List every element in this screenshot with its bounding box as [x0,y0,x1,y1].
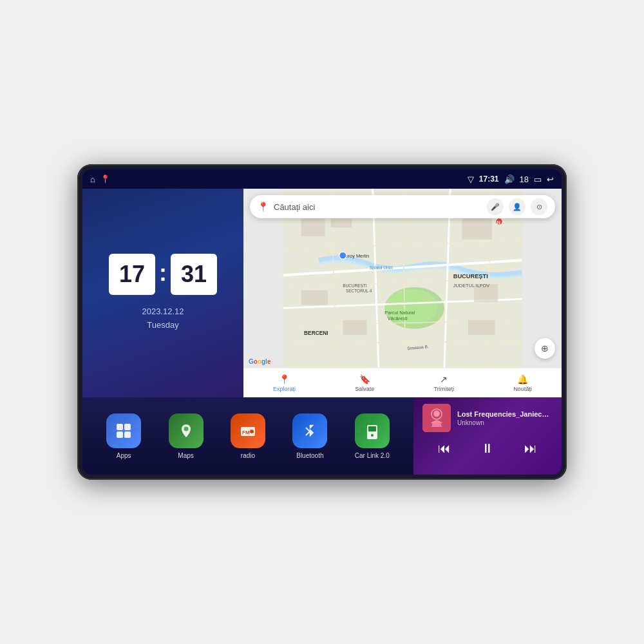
clock-date: 2023.12.12 Tuesday [142,305,184,332]
app-icon-carlink [355,413,390,448]
map-nav-news[interactable]: 🔔 Noutăți [513,374,532,392]
status-time: 17:31 [479,175,499,184]
music-controls: ⏮ ⏸ ⏭ [422,439,553,459]
map-bottom-nav: 📍 Explorați 🔖 Salvate ↗ Trimiteți 🔔 [243,368,562,397]
maps-icon[interactable]: 📍 [100,175,110,184]
clock-minutes: 31 [171,254,217,295]
app-label-radio: radio [241,452,255,459]
svg-rect-14 [301,218,325,236]
map-nav-saved-icon: 🔖 [359,374,370,384]
volume-level: 18 [520,175,529,184]
map-nav-news-label: Noutăți [513,386,532,392]
map-nav-send-label: Trimiteți [434,386,455,392]
music-title: Lost Frequencies_Janieck Devy-... [457,410,553,418]
music-play-button[interactable]: ⏸ [476,439,499,459]
svg-point-49 [433,410,440,417]
map-search-icons: 🎤 👤 ⊙ [487,198,547,215]
status-bar: ⌂ 📍 ▽ 17:31 🔊 18 ▭ ↩ [82,169,562,189]
top-section: 17 : 31 2023.12.12 Tuesday [82,189,562,397]
svg-rect-36 [124,424,131,430]
svg-point-39 [184,426,188,431]
app-label-carlink: Car Link 2.0 [355,452,390,459]
music-artist: Unknown [457,419,553,426]
svg-text:N: N [497,220,500,225]
device-screen: ⌂ 📍 ▽ 17:31 🔊 18 ▭ ↩ 17 : [82,169,562,475]
maps-pin-icon: 📍 [258,202,269,212]
map-mic-icon[interactable]: 🎤 [487,198,504,215]
map-nav-explore-icon: 📍 [279,374,290,384]
main-content: 17 : 31 2023.12.12 Tuesday [82,189,562,475]
clock-date-value: 2023.12.12 [142,305,184,319]
app-item-maps[interactable]: Maps [169,413,204,459]
svg-text:FM: FM [242,430,250,435]
map-nav-explore[interactable]: 📍 Explorați [273,374,296,392]
back-icon[interactable]: ↩ [547,175,554,184]
map-nav-saved[interactable]: 🔖 Salvate [355,374,374,392]
svg-text:SECTORUL 4: SECTORUL 4 [346,289,372,293]
apps-bar: Apps Maps [82,397,413,475]
app-icon-maps [169,413,204,448]
svg-rect-46 [422,404,451,432]
svg-point-32 [339,252,346,259]
battery-icon: ▭ [534,175,542,184]
svg-text:Parcul Natural: Parcul Natural [384,310,415,316]
svg-text:BERCENI: BERCENI [304,330,328,336]
music-panel: Lost Frequencies_Janieck Devy-... Unknow… [413,397,562,475]
svg-rect-38 [124,431,131,438]
svg-point-45 [371,434,374,437]
clock-display: 17 : 31 [109,254,217,295]
svg-rect-16 [301,290,328,305]
svg-rect-19 [343,320,366,335]
device-frame: ⌂ 📍 ▽ 17:31 🔊 18 ▭ ↩ 17 : [77,164,567,480]
svg-rect-35 [117,424,123,430]
google-logo: Google [249,358,270,365]
svg-text:Splaiul Unirii: Splaiul Unirii [370,265,393,270]
app-label-maps: Maps [178,452,193,459]
music-prev-button[interactable]: ⏮ [433,439,456,459]
svg-text:Văcărești: Văcărești [388,316,408,321]
svg-rect-17 [462,218,492,239]
map-search-text[interactable]: Căutați aici [274,202,482,212]
map-location-button[interactable]: ⊕ [535,338,555,359]
app-item-carlink[interactable]: Car Link 2.0 [355,413,390,459]
svg-text:BUCUREȘTI: BUCUREȘTI [343,283,367,289]
map-panel[interactable]: TRAPEZULUI BUCUREȘTI JUDEȚUL ILFOV BERCE… [243,189,562,397]
home-icon[interactable]: ⌂ [90,175,95,184]
map-nav-news-icon: 🔔 [517,374,528,384]
clock-day: Tuesday [142,319,184,332]
app-item-bluetooth[interactable]: Bluetooth [292,413,327,459]
clock-panel: 17 : 31 2023.12.12 Tuesday [82,189,243,397]
status-right-icons: ▽ 17:31 🔊 18 ▭ ↩ [468,175,554,184]
status-left-icons: ⌂ 📍 [90,175,110,184]
music-next-button[interactable]: ⏭ [519,439,542,459]
svg-text:JUDEȚUL ILFOV: JUDEȚUL ILFOV [453,283,490,289]
music-thumbnail [422,404,451,432]
clock-hours: 17 [109,254,155,295]
svg-point-42 [250,430,254,433]
bottom-section: Apps Maps [82,397,562,475]
app-label-apps: Apps [117,452,131,459]
map-layers-icon[interactable]: ⊙ [531,198,547,215]
app-item-apps[interactable]: Apps [106,413,141,459]
app-icon-apps [106,413,141,448]
signal-icon: ▽ [468,175,474,184]
map-nav-saved-label: Salvate [355,386,374,392]
map-nav-send[interactable]: ↗ Trimiteți [434,374,455,392]
app-icon-bluetooth [292,413,327,448]
map-nav-send-icon: ↗ [440,374,448,384]
app-item-radio[interactable]: FM radio [231,413,265,459]
app-label-bluetooth: Bluetooth [296,452,323,459]
map-account-icon[interactable]: 👤 [509,198,526,215]
svg-rect-44 [368,426,376,431]
svg-text:BUCUREȘTI: BUCUREȘTI [453,273,488,279]
map-nav-explore-label: Explorați [273,386,296,392]
svg-rect-37 [117,431,123,438]
music-info: Lost Frequencies_Janieck Devy-... Unknow… [422,404,553,432]
music-text: Lost Frequencies_Janieck Devy-... Unknow… [457,410,553,426]
map-search-bar[interactable]: 📍 Căutați aici 🎤 👤 ⊙ [250,195,555,218]
clock-colon: : [159,261,167,285]
volume-icon: 🔊 [504,175,515,184]
svg-rect-20 [468,320,495,335]
app-icon-radio: FM [231,413,265,448]
